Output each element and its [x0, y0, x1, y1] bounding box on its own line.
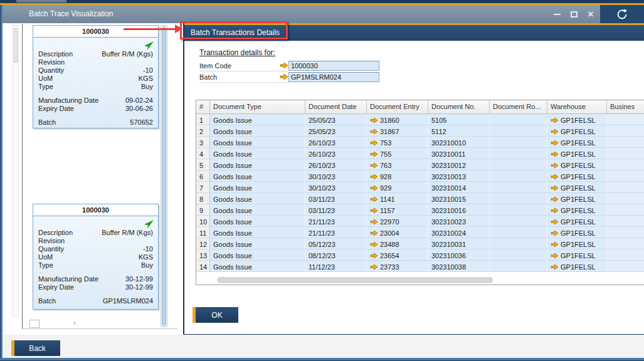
- table-row[interactable]: 9Goods Issue03/11/231157302310016GP1FELS…: [196, 204, 644, 216]
- link-arrow-icon[interactable]: [551, 140, 559, 146]
- link-arrow-icon[interactable]: [551, 196, 559, 202]
- cell-text: 9: [199, 207, 203, 214]
- cell-text: 302310013: [431, 173, 466, 180]
- link-arrow-icon[interactable]: [551, 162, 559, 169]
- table-row[interactable]: 4Goods Issue26/10/23755302310011GP1FELSL: [196, 148, 644, 159]
- link-arrow-icon[interactable]: [551, 185, 559, 191]
- batch-card[interactable]: 1000030 DescriptionBuffer R/M (Kgs)Revis…: [33, 25, 159, 128]
- minimize-button[interactable]: [552, 10, 561, 19]
- table-row[interactable]: 14Goods Issue11/12/2323733302310038GP1FE…: [196, 261, 644, 272]
- table-row[interactable]: 8Goods Issue03/11/231141302310015GP1FELS…: [196, 193, 644, 204]
- link-arrow-icon[interactable]: [370, 219, 378, 225]
- table-row[interactable]: 12Goods Issue05/12/2323488302310031GP1FE…: [196, 238, 644, 249]
- card-field-row: BatchGP1MSLRM024: [38, 297, 153, 305]
- table-row[interactable]: 2Goods Issue25/05/23318675112GP1FELSL: [196, 125, 644, 137]
- cell-text: Goods Issue: [213, 139, 252, 147]
- table-row[interactable]: 11Goods Issue21/11/2323004302310024GP1FE…: [196, 227, 644, 238]
- cell-text: Goods Issue: [213, 117, 252, 124]
- panel-vertical-scrollbar-thumb[interactable]: [14, 28, 18, 63]
- link-arrow-icon[interactable]: [280, 73, 288, 80]
- link-arrow-icon[interactable]: [370, 253, 378, 259]
- link-arrow-icon[interactable]: [370, 241, 378, 248]
- cell-doc-no: 302310015: [428, 193, 490, 204]
- cell-warehouse: GP1FELSL: [547, 261, 607, 272]
- refresh-button[interactable]: [600, 5, 644, 23]
- link-arrow-icon[interactable]: [551, 264, 559, 270]
- card-field-label: Expiry Date: [38, 283, 74, 291]
- back-button[interactable]: Back: [11, 340, 60, 356]
- table-horizontal-scrollbar-thumb[interactable]: [217, 277, 493, 283]
- column-header[interactable]: Warehouse: [547, 100, 607, 113]
- link-arrow-icon[interactable]: [370, 151, 378, 157]
- cell-text: 2: [199, 128, 203, 135]
- card-field-label: Description: [38, 50, 73, 58]
- cell-text: 302310024: [431, 229, 466, 237]
- cell-entry: 1157: [367, 204, 428, 216]
- maximize-button[interactable]: [569, 10, 578, 19]
- ok-button[interactable]: OK: [193, 307, 238, 323]
- table-row[interactable]: 13Goods Issue08/12/2323654302310036GP1FE…: [196, 249, 644, 261]
- panel-horizontal-scrollbar-thumb[interactable]: [29, 320, 40, 328]
- link-arrow-icon[interactable]: [370, 207, 378, 214]
- table-row[interactable]: 1Goods Issue25/05/23318605105GP1FELSL: [196, 114, 644, 125]
- link-arrow-icon[interactable]: [551, 241, 559, 248]
- close-button[interactable]: ×: [586, 10, 595, 19]
- link-arrow-icon[interactable]: [370, 117, 378, 123]
- column-header[interactable]: Document Type: [210, 100, 305, 113]
- cell-num: 10: [196, 216, 210, 227]
- table-row[interactable]: 6Goods Issue30/10/23928302310013GP1FELSL: [196, 170, 644, 182]
- cell-date: 30/10/23: [305, 170, 367, 182]
- column-header[interactable]: Document Entry: [367, 100, 428, 113]
- table-row[interactable]: 3Goods Issue26/10/23753302310010GP1FELSL: [196, 137, 644, 148]
- link-arrow-icon[interactable]: [370, 230, 378, 236]
- link-arrow-icon[interactable]: [370, 174, 378, 180]
- column-header[interactable]: Document Date: [305, 100, 367, 113]
- cell-type: Goods Issue: [210, 216, 305, 227]
- column-header[interactable]: Document No.: [428, 100, 490, 113]
- goto-arrow-icon[interactable]: [144, 219, 154, 229]
- cell-doc-row: [490, 137, 547, 148]
- link-arrow-icon[interactable]: [370, 264, 378, 270]
- link-arrow-icon[interactable]: [551, 128, 559, 135]
- column-header[interactable]: Document Ro...: [490, 100, 547, 113]
- table-row[interactable]: 7Goods Issue30/10/23929302310014GP1FELSL: [196, 182, 644, 193]
- link-arrow-icon[interactable]: [370, 185, 378, 191]
- cell-doc-row: [490, 204, 547, 216]
- scroll-left-chevron-icon[interactable]: ‹: [73, 318, 76, 327]
- cell-text: Goods Issue: [213, 196, 252, 203]
- card-field-label: Type: [38, 83, 53, 91]
- link-arrow-icon[interactable]: [370, 140, 378, 146]
- cell-text: Goods Issue: [213, 150, 252, 158]
- cell-entry: 31867: [367, 125, 428, 137]
- link-arrow-icon[interactable]: [551, 207, 559, 214]
- card-field-value: 30-12-99: [125, 275, 153, 283]
- table-row[interactable]: 10Goods Issue21/11/2322970302310023GP1FE…: [196, 216, 644, 227]
- panel-vertical-scrollbar[interactable]: [13, 25, 19, 317]
- batch-card[interactable]: 1000030 DescriptionBuffer R/M (Kgs)Revis…: [33, 204, 159, 310]
- link-arrow-icon[interactable]: [551, 219, 559, 225]
- link-arrow-icon[interactable]: [280, 62, 288, 69]
- link-arrow-icon[interactable]: [370, 162, 378, 169]
- cell-num: 8: [196, 193, 210, 204]
- cell-text: 7: [199, 184, 203, 192]
- cell-text: 302310015: [431, 196, 466, 203]
- link-arrow-icon[interactable]: [551, 117, 559, 123]
- link-arrow-icon[interactable]: [551, 174, 559, 180]
- column-header[interactable]: #: [196, 100, 210, 113]
- goto-arrow-icon[interactable]: [144, 41, 154, 51]
- cell-num: 12: [196, 238, 210, 249]
- link-arrow-icon[interactable]: [370, 128, 378, 135]
- column-header[interactable]: Busines: [607, 100, 644, 113]
- link-arrow-icon[interactable]: [551, 253, 559, 259]
- cards-vertical-scrollbar[interactable]: [161, 25, 167, 327]
- cards-vertical-scrollbar-thumb[interactable]: [162, 26, 166, 326]
- table-row[interactable]: 5Goods Issue26/10/23763302310012GP1FELSL: [196, 159, 644, 170]
- batch-input[interactable]: [288, 72, 379, 82]
- link-arrow-icon[interactable]: [551, 151, 559, 157]
- item-code-input[interactable]: [288, 61, 379, 71]
- cell-type: Goods Issue: [210, 159, 305, 170]
- link-arrow-icon[interactable]: [551, 230, 559, 236]
- link-arrow-icon[interactable]: [370, 196, 378, 202]
- cell-text: 25/05/23: [309, 117, 335, 124]
- card-field-row: Batch570652: [38, 118, 153, 127]
